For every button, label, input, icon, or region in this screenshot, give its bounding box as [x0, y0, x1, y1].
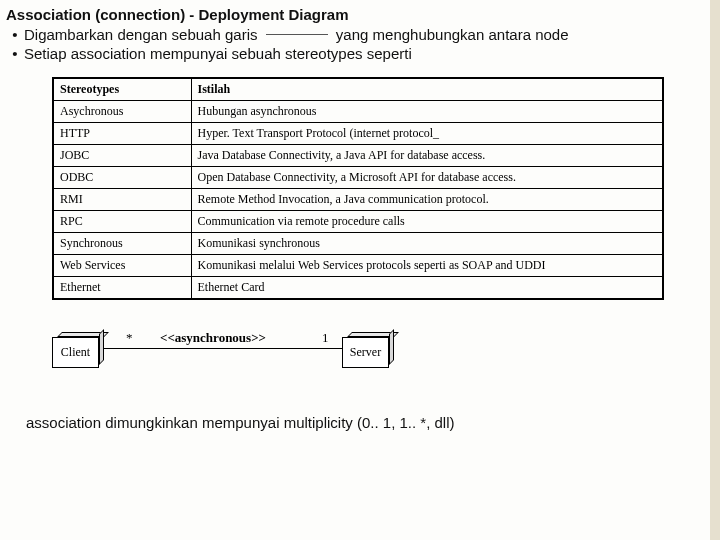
bullet-2: Setiap association mempunyai sebuah ster…: [24, 44, 706, 63]
cell: Java Database Connectivity, a Java API f…: [191, 145, 663, 167]
cell: JOBC: [53, 145, 191, 167]
bullet-dot: •: [6, 44, 24, 63]
cell: Ethernet: [53, 277, 191, 300]
slide-accent-bar: [710, 0, 720, 540]
cell: HTTP: [53, 123, 191, 145]
cell: Communication via remote procedure calls: [191, 211, 663, 233]
client-node-label: Client: [52, 337, 99, 368]
cell: ODBC: [53, 167, 191, 189]
bullet-dot: •: [6, 25, 24, 44]
multiplicity-left: *: [126, 330, 133, 346]
cell: Komunikasi synchronous: [191, 233, 663, 255]
footer-note: association dimungkinkan mempunyai multi…: [26, 414, 706, 431]
cell: Ethernet Card: [191, 277, 663, 300]
bullet-1-pre: Digambarkan dengan sebuah garis: [24, 26, 258, 43]
deployment-diagram: Client * <<asynchronous>> 1 Server: [52, 322, 706, 392]
table-row: RMI Remote Method Invocation, a Java com…: [53, 189, 663, 211]
cell: Asychronous: [53, 101, 191, 123]
th-stereotypes: Stereotypes: [53, 78, 191, 101]
cell: Web Services: [53, 255, 191, 277]
cell: Hyper. Text Transport Protocol (internet…: [191, 123, 663, 145]
table-row: HTTP Hyper. Text Transport Protocol (int…: [53, 123, 663, 145]
table-row: Ethernet Ethernet Card: [53, 277, 663, 300]
cell: RMI: [53, 189, 191, 211]
client-node: Client: [52, 332, 104, 368]
table-row: Synchronous Komunikasi synchronous: [53, 233, 663, 255]
cell: RPC: [53, 211, 191, 233]
server-node: Server: [342, 332, 394, 368]
cell: Open Database Connectivity, a Microsoft …: [191, 167, 663, 189]
cell: Hubungan asynchronous: [191, 101, 663, 123]
table-row: ODBC Open Database Connectivity, a Micro…: [53, 167, 663, 189]
cell: Komunikasi melalui Web Services protocol…: [191, 255, 663, 277]
bullet-list: • Digambarkan dengan sebuah garis yang m…: [6, 25, 706, 63]
multiplicity-right: 1: [322, 330, 329, 346]
table-row: RPC Communication via remote procedure c…: [53, 211, 663, 233]
cell: Synchronous: [53, 233, 191, 255]
cell: Remote Method Invocation, a Java communi…: [191, 189, 663, 211]
page-title: Association (connection) - Deployment Di…: [6, 6, 706, 23]
association-stereotype: <<asynchronous>>: [160, 330, 266, 346]
table-row: JOBC Java Database Connectivity, a Java …: [53, 145, 663, 167]
table-row: Web Services Komunikasi melalui Web Serv…: [53, 255, 663, 277]
th-istilah: Istilah: [191, 78, 663, 101]
bullet-1-post: yang menghubungkan antara node: [336, 26, 569, 43]
stereotypes-table: Stereotypes Istilah Asychronous Hubungan…: [52, 77, 664, 300]
bullet-1: Digambarkan dengan sebuah garis yang men…: [24, 25, 706, 44]
assoc-line-inline: [266, 34, 328, 35]
server-node-label: Server: [342, 337, 389, 368]
table-header-row: Stereotypes Istilah: [53, 78, 663, 101]
association-line: [104, 348, 342, 349]
table-row: Asychronous Hubungan asynchronous: [53, 101, 663, 123]
